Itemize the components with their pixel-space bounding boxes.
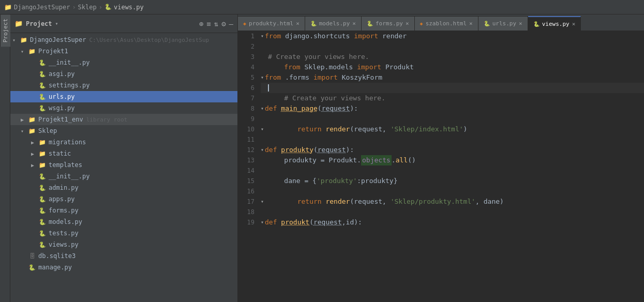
- tab-close-produkty[interactable]: ×: [296, 21, 299, 26]
- tab-icon-py-urls: 🐍: [484, 21, 490, 26]
- tree-item-apps[interactable]: 🐍 apps.py: [10, 193, 237, 205]
- tree-item-tests[interactable]: 🐍 tests.py: [10, 228, 237, 239]
- vertical-tab-bar: Project: [0, 14, 10, 302]
- tree-item-projekt1env[interactable]: ▶ 📁 Projekt1_env library root: [10, 114, 237, 125]
- tree-item-wsgi[interactable]: 🐍 wsgi.py: [10, 102, 237, 114]
- punc-19c: ):: [354, 217, 362, 228]
- tree-suffix-projekt1env: library root: [86, 116, 127, 123]
- space-12: [277, 145, 281, 155]
- tree-item-urls[interactable]: 🐍 urls.py: [10, 91, 237, 102]
- fn-all: all: [396, 155, 408, 165]
- tree-item-root[interactable]: ▾ 📁 DjangoJestSuper C:\Users\Asus\Deskto…: [10, 34, 237, 46]
- mod-render: render: [378, 31, 407, 41]
- space-17: [322, 197, 326, 207]
- tab-views[interactable]: 🐍 views.py ×: [528, 16, 581, 31]
- tab-forms[interactable]: 🐍 forms.py ×: [362, 16, 415, 31]
- tree-item-asgi[interactable]: 🐍 asgi.py: [10, 68, 237, 80]
- tab-close-szablon[interactable]: ×: [469, 21, 473, 26]
- mod-1: django.shortcuts: [281, 31, 354, 41]
- kw-import-1: import: [354, 31, 378, 41]
- code-line-1: ▾ from django.shortcuts import render: [261, 31, 644, 41]
- project-vertical-tab[interactable]: Project: [0, 14, 10, 47]
- kw-return-17: return: [297, 197, 322, 207]
- python-icon-settings: 🐍: [38, 82, 47, 89]
- code-line-9: [261, 114, 644, 124]
- panel-title: Project: [26, 20, 52, 27]
- python-icon-tests: 🐍: [38, 230, 47, 237]
- arrow-projekt1env: ▶: [21, 117, 28, 123]
- tree-item-settings[interactable]: 🐍 settings.py: [10, 80, 237, 91]
- tree-item-views[interactable]: 🐍 views.py: [10, 239, 237, 250]
- tab-models[interactable]: 🐍 models.py ×: [305, 16, 362, 31]
- python-icon-forms: 🐍: [38, 207, 47, 214]
- folder-icon-projekt1env: 📁: [28, 116, 36, 123]
- code-line-7: # Create your views here.: [261, 93, 644, 103]
- minimize-icon[interactable]: —: [229, 20, 233, 28]
- editor-content[interactable]: 12345 678910 1112131415 16171819 ▾ from …: [238, 31, 644, 302]
- settings-icon[interactable]: ⚙: [221, 20, 226, 28]
- punc-10a: (: [350, 124, 354, 134]
- code-line-13: produkty = Produkt . objects . all (): [261, 155, 644, 165]
- tab-urls[interactable]: 🐍 urls.py ×: [478, 16, 528, 31]
- tab-close-urls[interactable]: ×: [519, 21, 522, 26]
- fold-5: ▾: [261, 72, 264, 83]
- tab-produkty[interactable]: ◈ produkty.html ×: [238, 16, 305, 31]
- tree-label-migrations: migrations: [49, 139, 86, 146]
- code-line-15: dane = { 'produkty' : produkty }: [261, 176, 644, 186]
- sort-icon[interactable]: ⇅: [214, 20, 218, 28]
- tab-icon-html-produkty: ◈: [243, 21, 246, 26]
- tree-item-projekt1[interactable]: ▾ 📁 Projekt1: [10, 46, 237, 57]
- tab-szablon[interactable]: ◈ szablon.html ×: [415, 16, 478, 31]
- tab-close-forms[interactable]: ×: [406, 21, 409, 26]
- var-produkty-13: produkty: [268, 155, 317, 165]
- kw-from-4: from: [268, 62, 301, 72]
- tree-item-admin[interactable]: 🐍 admin.py: [10, 182, 237, 193]
- tree-label-models: models.py: [49, 218, 82, 225]
- tree-label-root: DjangoJestSuper: [30, 36, 86, 43]
- tree-label-db: db.sqlite3: [38, 252, 76, 260]
- code-editor[interactable]: ▾ from django.shortcuts import render # …: [259, 31, 644, 302]
- tab-label-views: views.py: [542, 21, 570, 27]
- breadcrumb-item-1[interactable]: DjangoJestSuper: [14, 4, 70, 11]
- tree-item-forms[interactable]: 🐍 forms.py: [10, 205, 237, 216]
- tab-label-urls: urls.py: [492, 20, 516, 27]
- python-icon-models: 🐍: [38, 218, 47, 225]
- code-line-14: [261, 165, 644, 176]
- mod-4: Sklep.models: [301, 62, 357, 72]
- tree-item-models[interactable]: 🐍 models.py: [10, 216, 237, 228]
- tab-label-szablon: szablon.html: [426, 20, 467, 27]
- punc-8b: ):: [350, 103, 358, 114]
- collapse-icon[interactable]: ≡: [206, 20, 211, 28]
- tree-item-init1[interactable]: 🐍 __init__.py: [10, 57, 237, 68]
- add-icon[interactable]: ⊕: [199, 20, 203, 28]
- tree-item-static[interactable]: ▶ 📁 static: [10, 148, 237, 159]
- dropdown-arrow-icon[interactable]: ▾: [55, 21, 58, 26]
- var-request-10: request: [354, 124, 382, 134]
- punc-12b: ):: [346, 145, 354, 155]
- tree-label-asgi: asgi.py: [49, 70, 75, 78]
- var-id-19: id: [346, 217, 354, 228]
- tree-label-urls: urls.py: [49, 93, 75, 100]
- breadcrumb-item-3[interactable]: views.py: [114, 4, 144, 11]
- kw-def-19: def: [265, 217, 277, 228]
- tree-label-init2: __init__.py: [49, 173, 89, 180]
- tree-item-migrations[interactable]: ▶ 📁 migrations: [10, 137, 237, 148]
- tree-item-db[interactable]: 🗄 db.sqlite3: [10, 250, 237, 262]
- tab-close-views[interactable]: ×: [572, 21, 576, 27]
- kw-from-1: from: [265, 31, 281, 41]
- punc-17a: (: [350, 197, 354, 207]
- tree-item-templates[interactable]: ▶ 📁 templates: [10, 159, 237, 171]
- tree-label-admin: admin.py: [49, 184, 79, 191]
- punc-15a: = {: [301, 176, 317, 186]
- folder-icon: 📁: [4, 4, 12, 11]
- tree-item-init2[interactable]: 🐍 __init__.py: [10, 171, 237, 182]
- arrow-templates: ▶: [31, 162, 38, 168]
- tree-item-sklep[interactable]: ▾ 📁 Sklep: [10, 125, 237, 137]
- breadcrumb-item-2[interactable]: Sklep: [78, 4, 97, 11]
- tree-item-manage[interactable]: 🐍 manage.py: [10, 262, 237, 273]
- tab-close-models[interactable]: ×: [352, 21, 356, 26]
- folder-icon-projekt1: 📁: [28, 48, 36, 55]
- main-area: Project 📁 Project ▾ ⊕ ≡ ⇅ ⚙ —: [0, 14, 644, 302]
- fold-12: ▾: [261, 145, 264, 155]
- punc-8a: (: [318, 103, 322, 114]
